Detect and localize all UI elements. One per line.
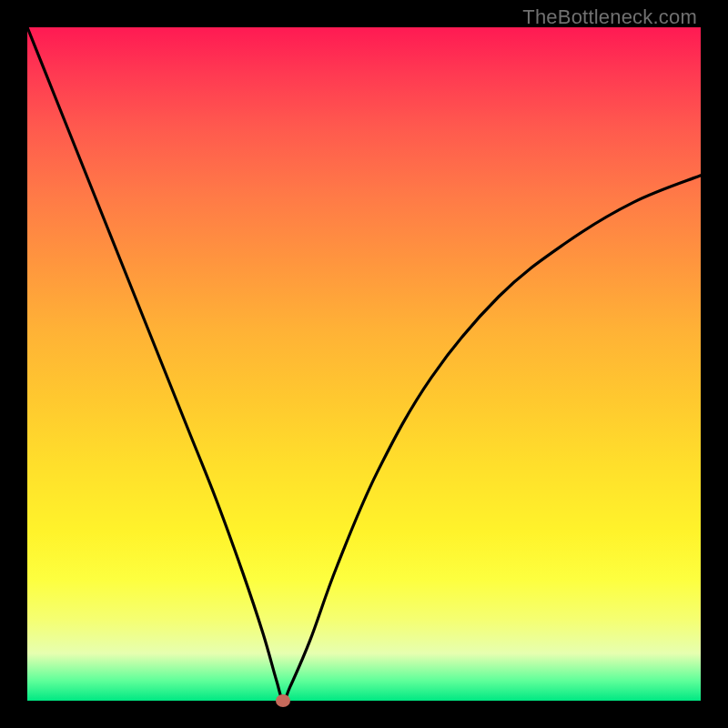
- chart-area: [27, 27, 701, 701]
- bottleneck-curve: [27, 27, 701, 701]
- watermark-text: TheBottleneck.com: [522, 5, 697, 29]
- optimal-point-marker: [276, 694, 290, 707]
